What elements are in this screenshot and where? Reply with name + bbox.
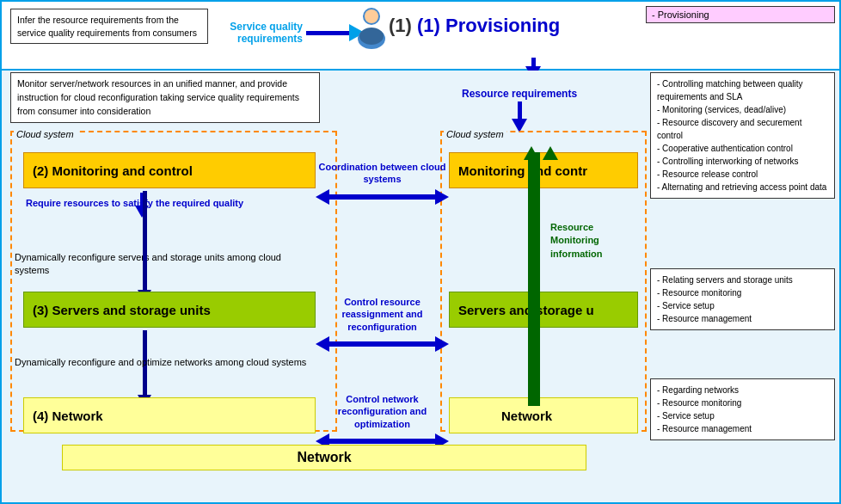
dyn-reconf-servers-text: Dynamically reconfigure servers and stor… xyxy=(15,251,316,278)
ctrl-resource-arrow: Control resource reassignment and reconf… xyxy=(316,296,449,352)
network-bottom-bar: Network xyxy=(62,445,586,470)
svg-point-3 xyxy=(359,28,384,45)
ctrl-network-label: Control network reconfiguration and opti… xyxy=(316,393,449,430)
network-bar-right: Network xyxy=(449,397,638,433)
servers-annotation: Relating servers and storage units Resou… xyxy=(650,268,835,335)
annotation-item-6: Resource release control xyxy=(657,168,828,181)
top-section: Infer the resource requirements from the… xyxy=(2,2,839,71)
annotation-item-2: Monitoring (services, dead/alive) xyxy=(657,103,828,116)
arrow-line3 xyxy=(329,439,435,444)
servers-annotation-list: Relating servers and storage units Resou… xyxy=(657,274,828,325)
network-ann-item-1: Resource monitoring xyxy=(657,396,828,409)
vert-arrow-monitoring-servers xyxy=(138,191,151,302)
resource-monitoring-label: Resource Monitoring information xyxy=(550,221,628,261)
servers-item-2: Resource monitoring xyxy=(657,286,828,299)
service-quality-label: Service quality requirements xyxy=(208,21,303,45)
servers-left-label: (3) Servers and storage units xyxy=(33,303,211,317)
annotation-item-1: Controlling matching between quality req… xyxy=(657,77,828,103)
coordination-arrow: Coordination between cloud systems xyxy=(316,161,449,205)
green-triangles xyxy=(524,146,558,160)
network-right-label: Network xyxy=(501,409,552,423)
network-bar-left: (4) Network xyxy=(23,397,316,433)
network-ann-item-3: Resource management xyxy=(657,422,828,435)
resource-req-arrow xyxy=(512,101,527,132)
network-annotation-list: Regarding networks Resource monitoring S… xyxy=(657,384,828,435)
network-ann-item-0: Regarding networks xyxy=(657,384,828,396)
monitor-text: Monitor server/network resources in an u… xyxy=(17,78,299,116)
resource-requirements-area: Resource requirements xyxy=(462,88,577,132)
arrow-line2 xyxy=(329,341,435,347)
arrow-right2 xyxy=(435,336,449,352)
resource-req-label: Resource requirements xyxy=(462,88,577,100)
ctrl-resource-double-arrow xyxy=(316,336,449,352)
main-container: Infer the resource requirements from the… xyxy=(0,0,841,504)
monitor-box: Monitor server/network resources in an u… xyxy=(10,72,320,123)
network-annotation: Regarding networks Resource monitoring S… xyxy=(650,378,835,446)
monitoring-bar-left: (2) Monitoring and control xyxy=(23,152,316,188)
monitoring-left-label: (2) Monitoring and control xyxy=(33,163,193,178)
servers-item-1: Relating servers and storage units xyxy=(657,274,828,286)
monitoring-right-label: Monitoring and contr xyxy=(458,163,587,178)
service-quality-arrow-area: Service quality requirements xyxy=(208,21,365,45)
monitoring-annotation-box: Controlling matching between quality req… xyxy=(650,72,835,199)
ctrl-resource-label: Control resource reassignment and reconf… xyxy=(316,296,449,333)
green-triangle-1 xyxy=(524,146,539,160)
provisioning-title: (1) (1) Provisioning xyxy=(389,15,560,37)
green-triangle-2 xyxy=(543,146,558,160)
servers-bar-right: Servers and storage u xyxy=(449,292,638,328)
cloud-system-label-left: Cloud system xyxy=(14,129,77,139)
arrow-line xyxy=(329,194,435,200)
network-left-label: (4) Network xyxy=(33,409,103,423)
svg-point-2 xyxy=(365,9,378,23)
monitoring-annotation: Controlling matching between quality req… xyxy=(650,72,835,204)
require-resources-text: Require resources to satisfy the require… xyxy=(26,197,243,210)
annotation-item-4: Cooperative authentication control xyxy=(657,142,828,155)
annotation-item-7: Alternating and retrieving access point … xyxy=(657,181,828,194)
dyn-network-text: Dynamically reconfigure and optimize net… xyxy=(15,356,307,369)
monitoring-annotation-list: Controlling matching between quality req… xyxy=(657,77,828,194)
arrow-right xyxy=(435,189,449,205)
servers-item-3: Service setup xyxy=(657,299,828,312)
infer-text: Infer the resource requirements from the… xyxy=(17,15,197,38)
network-annotation-box: Regarding networks Resource monitoring S… xyxy=(650,378,835,440)
servers-right-label: Servers and storage u xyxy=(458,303,594,317)
annotation-item-3: Resource discovery and securement contro… xyxy=(657,116,828,142)
network-ann-item-2: Service setup xyxy=(657,409,828,422)
ctrl-network-arrow: Control network reconfiguration and opti… xyxy=(316,393,449,449)
servers-bar-left: (3) Servers and storage units xyxy=(23,292,316,328)
coordination-double-arrow xyxy=(316,189,449,205)
network-bottom-label: Network xyxy=(297,450,351,465)
arrow-left2 xyxy=(316,336,329,352)
provisioning-item: - Provisioning xyxy=(652,9,709,20)
arrow-shaft xyxy=(306,31,349,35)
infer-box: Infer the resource requirements from the… xyxy=(10,9,208,44)
avatar xyxy=(354,6,389,49)
annotation-item-5: Controlling interworking of networks xyxy=(657,155,828,168)
provisioning-annotation-box: - Provisioning xyxy=(646,6,835,23)
cloud-system-label-right: Cloud system xyxy=(444,129,506,139)
resource-monitoring-green-bar xyxy=(528,152,540,406)
servers-annotation-box: Relating servers and storage units Resou… xyxy=(650,268,835,330)
servers-item-4: Resource management xyxy=(657,312,828,325)
coordination-label: Coordination between cloud systems xyxy=(316,161,449,186)
arrow-left xyxy=(316,189,329,205)
